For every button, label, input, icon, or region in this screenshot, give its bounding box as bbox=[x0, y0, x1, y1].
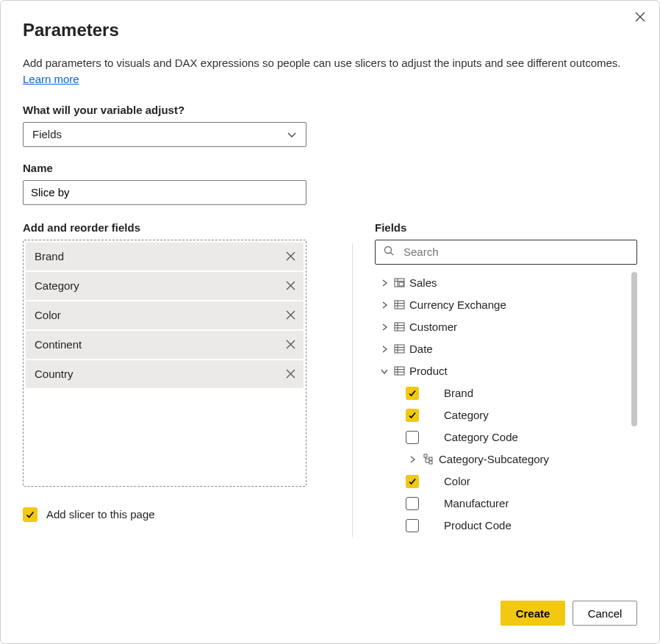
tree-row-label: Brand bbox=[444, 387, 473, 399]
selected-fields-box: BrandCategoryColorContinentCountry bbox=[23, 240, 306, 487]
chevron-down-icon bbox=[379, 368, 390, 375]
reorder-label: Add and reorder fields bbox=[23, 221, 330, 234]
create-button[interactable]: Create bbox=[501, 601, 565, 626]
remove-field-button[interactable] bbox=[285, 280, 296, 291]
cancel-button[interactable]: Cancel bbox=[573, 601, 637, 626]
learn-more-link[interactable]: Learn more bbox=[23, 73, 79, 85]
svg-rect-3 bbox=[395, 301, 404, 309]
remove-field-button[interactable] bbox=[285, 339, 296, 350]
search-icon bbox=[383, 245, 395, 259]
tree-row-label: Currency Exchange bbox=[409, 298, 506, 311]
fields-search-input[interactable] bbox=[402, 245, 629, 259]
chevron-down-icon bbox=[287, 129, 297, 140]
table-icon bbox=[394, 277, 405, 288]
field-checkbox[interactable] bbox=[406, 497, 419, 510]
dialog-description: Add parameters to visuals and DAX expres… bbox=[23, 55, 637, 87]
dialog-title: Parameters bbox=[23, 20, 637, 40]
svg-rect-8 bbox=[429, 457, 432, 460]
variable-adjust-label: What will your variable adjust? bbox=[23, 104, 637, 116]
chevron-right-icon bbox=[379, 323, 390, 331]
tree-field-row[interactable]: Category Code bbox=[375, 426, 637, 448]
remove-field-button[interactable] bbox=[285, 251, 296, 262]
variable-adjust-value: Fields bbox=[32, 128, 62, 140]
selected-field-pill[interactable]: Continent bbox=[26, 331, 304, 359]
tree-row-label: Customer bbox=[409, 321, 457, 333]
svg-rect-4 bbox=[395, 323, 404, 331]
svg-point-0 bbox=[385, 247, 392, 254]
chevron-right-icon bbox=[379, 346, 390, 353]
svg-rect-7 bbox=[424, 454, 427, 457]
name-label: Name bbox=[23, 162, 637, 174]
svg-rect-2 bbox=[399, 282, 403, 286]
scrollbar-thumb[interactable] bbox=[631, 272, 637, 426]
tree-field-row[interactable]: Product Code bbox=[375, 515, 637, 537]
tree-table-row[interactable]: Sales bbox=[375, 272, 637, 294]
field-checkbox[interactable] bbox=[406, 431, 419, 444]
tree-table-row[interactable]: Currency Exchange bbox=[375, 294, 637, 316]
name-input[interactable] bbox=[23, 180, 306, 205]
selected-field-pill[interactable]: Color bbox=[26, 301, 304, 329]
tree-field-row[interactable]: Category-Subcategory bbox=[375, 448, 637, 471]
selected-field-label: Continent bbox=[35, 338, 82, 351]
tree-table-row[interactable]: Date bbox=[375, 338, 637, 360]
table-icon bbox=[394, 365, 405, 376]
chevron-right-icon bbox=[407, 456, 417, 463]
variable-adjust-select[interactable]: Fields bbox=[23, 122, 306, 147]
fields-tree: SalesCurrency ExchangeCustomerDateProduc… bbox=[375, 272, 637, 587]
tree-field-row[interactable]: Brand bbox=[375, 382, 637, 404]
field-checkbox[interactable] bbox=[406, 475, 419, 488]
tree-row-label: Date bbox=[409, 343, 433, 355]
tree-row-label: Category-Subcategory bbox=[439, 453, 549, 465]
selected-field-label: Country bbox=[35, 368, 73, 380]
tree-row-label: Sales bbox=[409, 276, 437, 289]
tree-field-row[interactable]: Manufacturer bbox=[375, 493, 637, 515]
tree-row-label: Manufacturer bbox=[444, 497, 509, 509]
table-icon bbox=[394, 299, 405, 310]
tree-row-label: Category Code bbox=[444, 431, 518, 443]
selected-field-label: Category bbox=[35, 279, 79, 292]
fields-search[interactable] bbox=[375, 240, 637, 265]
svg-rect-6 bbox=[395, 367, 404, 375]
check-icon bbox=[25, 509, 35, 520]
tree-row-label: Product bbox=[409, 365, 448, 377]
close-button[interactable] bbox=[634, 11, 646, 23]
chevron-right-icon bbox=[379, 301, 390, 309]
column-divider bbox=[352, 243, 353, 537]
parameters-dialog: Parameters Add parameters to visuals and… bbox=[0, 0, 660, 644]
close-icon bbox=[634, 11, 646, 23]
fields-panel-label: Fields bbox=[375, 221, 637, 234]
chevron-right-icon bbox=[379, 279, 390, 287]
tree-row-label: Product Code bbox=[444, 519, 512, 532]
tree-row-label: Color bbox=[444, 475, 470, 487]
selected-field-pill[interactable]: Brand bbox=[26, 243, 304, 271]
table-icon bbox=[394, 343, 405, 354]
hierarchy-icon bbox=[423, 454, 434, 465]
selected-field-pill[interactable]: Country bbox=[26, 360, 304, 388]
field-checkbox[interactable] bbox=[406, 519, 419, 532]
svg-rect-5 bbox=[395, 345, 404, 353]
selected-field-pill[interactable]: Category bbox=[26, 272, 304, 300]
tree-table-row[interactable]: Product bbox=[375, 360, 637, 382]
tree-row-label: Category bbox=[444, 409, 489, 421]
remove-field-button[interactable] bbox=[285, 368, 296, 379]
add-slicer-checkbox[interactable] bbox=[23, 507, 37, 522]
tree-field-row[interactable]: Color bbox=[375, 471, 637, 493]
table-icon bbox=[394, 321, 405, 332]
remove-field-button[interactable] bbox=[285, 310, 296, 321]
tree-field-row[interactable]: Category bbox=[375, 404, 637, 426]
svg-rect-9 bbox=[429, 461, 432, 464]
dialog-footer: Create Cancel bbox=[1, 586, 659, 643]
tree-table-row[interactable]: Customer bbox=[375, 316, 637, 338]
field-checkbox[interactable] bbox=[406, 409, 419, 422]
add-slicer-label: Add slicer to this page bbox=[46, 508, 155, 520]
selected-field-label: Color bbox=[35, 309, 61, 321]
selected-field-label: Brand bbox=[35, 250, 64, 262]
field-checkbox[interactable] bbox=[406, 387, 419, 400]
